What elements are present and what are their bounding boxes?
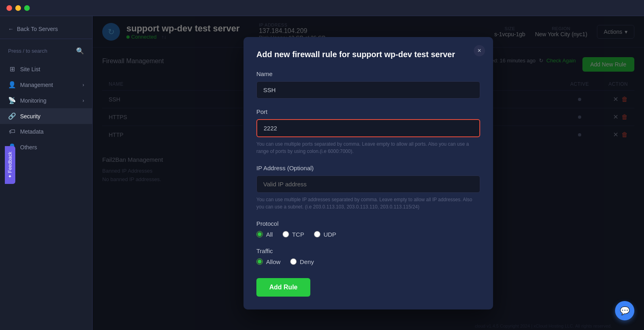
protocol-all-radio[interactable]: [256, 231, 263, 237]
traffic-field-label: Traffic: [256, 248, 480, 254]
sidebar-item-management[interactable]: 👤 Management ›: [0, 77, 92, 93]
traffic-deny-option[interactable]: Deny: [290, 258, 314, 265]
search-icon: 🔍: [76, 47, 84, 55]
protocol-tcp-option[interactable]: TCP: [283, 231, 304, 238]
protocol-udp-option[interactable]: UDP: [314, 231, 336, 238]
feedback-tab[interactable]: ✦ Feedback: [5, 146, 15, 184]
sidebar-item-metadata[interactable]: 🏷 Metadata: [0, 124, 92, 139]
site-list-icon: ⊞: [8, 65, 16, 73]
name-form-group: Name: [256, 70, 480, 99]
chat-icon: 💬: [620, 306, 630, 316]
protocol-form-group: Protocol All TCP UDP: [256, 220, 480, 238]
security-icon: 🔗: [8, 112, 16, 120]
add-rule-submit-button[interactable]: Add Rule: [256, 278, 310, 297]
ip-form-group: IP Address (Optional) You can use multip…: [256, 165, 480, 210]
sidebar-item-site-list[interactable]: ⊞ Site List: [0, 61, 92, 77]
port-field-label: Port: [256, 108, 480, 115]
sidebar-label-management: Management: [20, 82, 53, 88]
protocol-udp-label: UDP: [324, 231, 336, 238]
port-form-group: Port You can use multiple ports separate…: [256, 108, 480, 155]
traffic-deny-radio[interactable]: [290, 258, 297, 265]
back-label: Back To Servers: [17, 26, 58, 32]
name-input[interactable]: [256, 81, 480, 99]
close-window-btn[interactable]: [6, 5, 12, 11]
protocol-field-label: Protocol: [256, 220, 480, 227]
main-content: ↻ support wp-dev test server Connected ↑…: [93, 16, 644, 330]
port-input[interactable]: [256, 119, 480, 137]
monitoring-chevron-icon: ›: [83, 98, 84, 103]
ip-input[interactable]: [256, 175, 480, 193]
sidebar-item-security[interactable]: 🔗 Security: [0, 108, 92, 124]
modal-title: Add new firewall rule for support wp-dev…: [256, 50, 480, 59]
sidebar-item-monitoring[interactable]: 📡 Monitoring ›: [0, 93, 92, 108]
protocol-udp-radio[interactable]: [314, 231, 320, 237]
traffic-radio-group: Allow Deny: [256, 258, 480, 265]
app-container: ← Back To Servers Press / to search 🔍 ⊞ …: [0, 16, 644, 330]
sidebar-label-site-list: Site List: [20, 66, 40, 72]
ip-field-label: IP Address (Optional): [256, 165, 480, 171]
protocol-tcp-radio[interactable]: [283, 231, 289, 237]
monitoring-icon: 📡: [8, 97, 16, 104]
metadata-icon: 🏷: [8, 128, 16, 135]
protocol-all-label: All: [266, 231, 273, 238]
minimize-window-btn[interactable]: [15, 5, 21, 11]
sidebar-label-security: Security: [20, 113, 41, 120]
protocol-tcp-label: TCP: [292, 231, 304, 238]
management-icon: 👤: [8, 81, 16, 89]
window-bar: [0, 0, 644, 16]
modal-overlay: × Add new firewall rule for support wp-d…: [93, 16, 644, 330]
traffic-allow-option[interactable]: Allow: [256, 258, 281, 265]
port-hint-text: You can use multiple ports separated by …: [256, 140, 480, 155]
traffic-deny-label: Deny: [300, 258, 314, 265]
chat-button[interactable]: 💬: [615, 301, 634, 320]
traffic-allow-radio[interactable]: [256, 258, 263, 265]
add-firewall-rule-modal: × Add new firewall rule for support wp-d…: [244, 37, 493, 309]
ip-hint-text: You can use multiple IP addresses separa…: [256, 196, 480, 210]
maximize-window-btn[interactable]: [24, 5, 30, 11]
feedback-label: ✦ Feedback: [7, 152, 13, 178]
sidebar-label-metadata: Metadata: [20, 128, 43, 135]
protocol-radio-group: All TCP UDP: [256, 231, 480, 238]
sidebar-label-monitoring: Monitoring: [20, 97, 46, 104]
back-to-servers-link[interactable]: ← Back To Servers: [0, 23, 92, 39]
protocol-all-option[interactable]: All: [256, 231, 273, 238]
port-input-wrapper: [256, 119, 480, 137]
search-hint: Press / to search: [8, 48, 47, 54]
search-box[interactable]: Press / to search 🔍: [0, 44, 92, 58]
modal-close-button[interactable]: ×: [474, 45, 485, 56]
traffic-form-group: Traffic Allow Deny: [256, 248, 480, 265]
name-field-label: Name: [256, 70, 480, 77]
traffic-allow-label: Allow: [266, 258, 281, 265]
back-arrow-icon: ←: [8, 26, 14, 32]
sidebar-label-others: Others: [20, 144, 37, 151]
management-chevron-icon: ›: [83, 82, 84, 88]
